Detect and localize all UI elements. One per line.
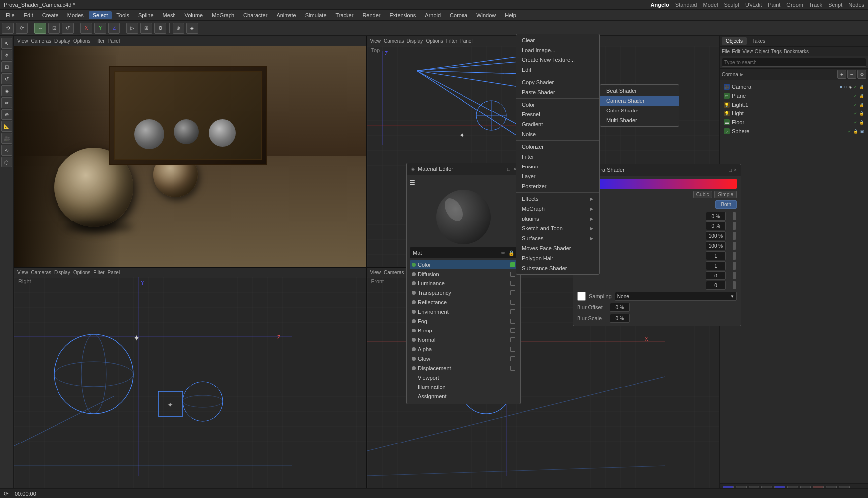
obj-camera[interactable]: 🎥 Camera ■ □ ◈ ✓ 🔒 — [722, 82, 866, 91]
vp-view-3d[interactable]: View — [17, 38, 28, 44]
dd-moves-face[interactable]: Moves Face Shader — [516, 243, 599, 253]
cam-slider-5[interactable] — [733, 252, 736, 260]
tool-sculpt[interactable]: ⊕ — [1, 109, 12, 120]
vp-filter-right[interactable]: Filter — [93, 270, 104, 275]
tab-objects[interactable]: Objects — [722, 37, 747, 45]
dd-fresnel[interactable]: Fresnel — [516, 110, 599, 119]
mat-layer-assignment[interactable]: Assignment — [410, 392, 517, 401]
sphere-vis[interactable]: ✓ — [848, 129, 851, 134]
vp-view-front[interactable]: View — [370, 270, 381, 275]
select-btn[interactable]: ◈ — [186, 23, 198, 34]
menu-file[interactable]: File — [2, 11, 19, 19]
vp-panel-top[interactable]: Panel — [460, 38, 473, 44]
menu-tools[interactable]: Tools — [113, 11, 133, 19]
subtab-tags[interactable]: Tags — [771, 49, 782, 54]
vp-display-right[interactable]: Display — [54, 270, 70, 275]
mode-track[interactable]: Track — [809, 2, 822, 8]
mat-layer-normal[interactable]: Normal — [410, 335, 517, 344]
dd-copy-shader[interactable]: Copy Shader — [516, 77, 599, 87]
dd-color[interactable]: Color — [516, 100, 599, 110]
mode-uvedit[interactable]: UVEdit — [745, 2, 762, 8]
tool-object[interactable]: ◈ — [1, 85, 12, 96]
mat-check-displacement[interactable] — [510, 366, 515, 371]
vp-cameras-right[interactable]: Cameras — [31, 270, 52, 275]
vp-panel-right[interactable]: Panel — [108, 270, 120, 275]
axis-x-btn[interactable]: X — [80, 23, 92, 34]
mode-groom[interactable]: Groom — [786, 2, 803, 8]
axis-y-btn[interactable]: Y — [94, 23, 106, 34]
tool-select[interactable]: ↖ — [1, 38, 12, 49]
mode-model[interactable]: Model — [703, 2, 718, 8]
menu-edit[interactable]: Edit — [20, 11, 37, 19]
menu-mograph[interactable]: MoGraph — [208, 11, 238, 19]
cam-slider-3[interactable] — [733, 232, 736, 240]
vp-options-right[interactable]: Options — [73, 270, 90, 275]
mat-check-diffusion[interactable] — [510, 272, 515, 277]
mat-layer-illumination[interactable]: Illumination — [410, 383, 517, 391]
light-lock[interactable]: 🔒 — [859, 111, 864, 116]
mat-layer-color[interactable]: Color — [410, 260, 517, 269]
menu-select[interactable]: Select — [89, 11, 112, 19]
cam-num-4[interactable]: 100 % — [706, 241, 726, 250]
mat-check-normal[interactable] — [510, 337, 515, 342]
viewport-right[interactable]: View Cameras Display Options Filter Pane… — [14, 267, 367, 498]
render-btn[interactable]: ▷ — [126, 23, 138, 34]
menu-animate[interactable]: Animate — [272, 11, 300, 19]
vp-cameras-front[interactable]: Cameras — [384, 270, 404, 275]
mat-maximize[interactable]: □ — [507, 166, 510, 172]
subtab-view[interactable]: View — [742, 49, 753, 54]
rotate-btn[interactable]: ↺ — [62, 23, 74, 34]
sphere-lock[interactable]: 🔒 — [853, 129, 858, 134]
obj-sphere[interactable]: ○ Sphere ✓ 🔒 ▣ — [722, 127, 866, 136]
dd-load-image[interactable]: Load Image... — [516, 45, 599, 55]
dd-colorizer[interactable]: Colorizer — [516, 142, 599, 152]
menu-tracker[interactable]: Tracker — [332, 11, 358, 19]
vp-cameras-3d[interactable]: Cameras — [31, 38, 52, 44]
tool-spline[interactable]: ∿ — [1, 145, 12, 156]
dd-clear[interactable]: Clear — [516, 35, 599, 45]
subtab-file[interactable]: File — [722, 49, 730, 54]
plane-lock[interactable]: 🔒 — [859, 94, 864, 98]
mat-check-fog[interactable] — [510, 319, 515, 324]
dd-plugins[interactable]: plugins ▶ — [516, 214, 599, 223]
corona-chevron[interactable]: ▶ — [740, 72, 743, 77]
mat-check-alpha[interactable] — [510, 347, 515, 352]
menu-volume[interactable]: Volume — [181, 11, 207, 19]
obj-add-btn[interactable]: + — [837, 70, 846, 79]
menu-arnold[interactable]: Arnold — [421, 11, 445, 19]
dd-paste-shader[interactable]: Paste Shader — [516, 87, 599, 97]
vp-options-top[interactable]: Options — [426, 38, 443, 44]
floor-vis[interactable]: ✓ — [854, 120, 857, 125]
menu-simulate[interactable]: Simulate — [301, 11, 331, 19]
tool-paint[interactable]: ✏ — [1, 97, 12, 108]
mat-name[interactable]: Mat — [413, 250, 422, 256]
undo-btn[interactable]: ⟲ — [2, 23, 14, 34]
cam-num-6[interactable]: 1 — [706, 261, 726, 270]
scale-btn[interactable]: ⊡ — [48, 23, 60, 34]
menu-spline[interactable]: Spline — [134, 11, 158, 19]
mat-layer-reflectance[interactable]: Reflectance — [410, 298, 517, 307]
tool-camera[interactable]: 🎥 — [1, 133, 12, 144]
menu-mesh[interactable]: Mesh — [159, 11, 180, 19]
mat-layer-alpha[interactable]: Alpha — [410, 345, 517, 354]
menu-window[interactable]: Window — [472, 11, 500, 19]
cubic-btn[interactable]: Cubic — [693, 191, 713, 198]
mat-minimize[interactable]: − — [501, 166, 504, 172]
dd-substance[interactable]: Substance Shader — [516, 263, 599, 273]
sm-beat-shader[interactable]: Beat Shader — [600, 86, 679, 96]
mode-script[interactable]: Script — [828, 2, 842, 8]
mat-layer-viewport[interactable]: Viewport — [410, 373, 517, 382]
dd-filter[interactable]: Filter — [516, 152, 599, 162]
dd-layer[interactable]: Layer — [516, 171, 599, 181]
dd-create-texture[interactable]: Create New Texture... — [516, 55, 599, 65]
obj-delete-btn[interactable]: − — [847, 70, 856, 79]
both-btn[interactable]: Both — [715, 200, 737, 209]
blur-scale-value[interactable]: 0 % — [610, 314, 630, 323]
tool-scale[interactable]: ⊡ — [1, 61, 12, 72]
mat-layer-bump[interactable]: Bump — [410, 326, 517, 335]
mat-layer-transparency[interactable]: Transparency — [410, 288, 517, 297]
sampling-dropdown[interactable]: None ▼ — [615, 292, 737, 301]
cam-num-8[interactable]: 0 — [706, 281, 726, 290]
obj-light[interactable]: 💡 Light ✓ 🔒 — [722, 109, 866, 118]
camera-lock[interactable]: 🔒 — [859, 85, 864, 89]
